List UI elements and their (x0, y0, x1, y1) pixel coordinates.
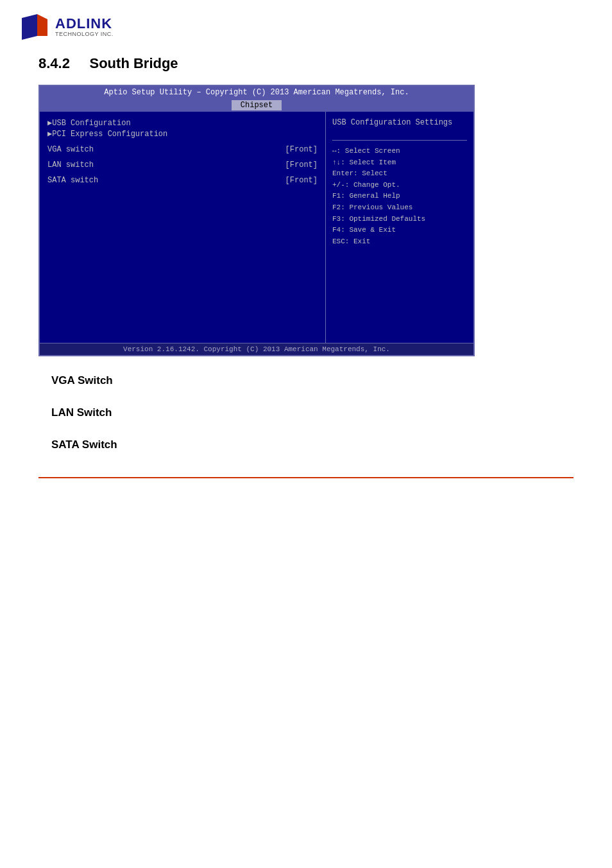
adlink-logo-icon (19, 12, 50, 42)
bios-footer: Version 2.16.1242. Copyright (C) 2013 Am… (40, 343, 473, 355)
bios-tab-bar: Chipset (40, 99, 473, 112)
bios-help-divider (332, 140, 467, 141)
section-title: 8.4.2 South Bridge (38, 55, 574, 74)
bios-help-text: ↔: Select Screen ↑↓: Select Item Enter: … (332, 146, 467, 247)
help-line-5: F2: Previous Values (332, 202, 467, 214)
svg-marker-0 (22, 14, 37, 40)
help-line-6: F3: Optimized Defaults (332, 214, 467, 225)
bios-title-bar: Aptio Setup Utility – Copyright (C) 2013… (40, 86, 473, 99)
svg-marker-1 (37, 14, 47, 36)
bios-sata-switch-value: [Front] (285, 176, 318, 185)
help-line-7: F4: Save & Exit (332, 225, 467, 236)
logo-subtitle-label: TECHNOLOGY INC. (55, 31, 114, 38)
bios-chipset-tab[interactable]: Chipset (232, 100, 282, 110)
header: ADLINK TECHNOLOGY INC. (0, 0, 612, 49)
bios-pci-express-item[interactable]: PCI Express Configuration (47, 129, 318, 139)
bios-lan-switch-row[interactable]: LAN switch [Front] (47, 161, 318, 169)
bios-right-info-text: USB Configuration Settings (332, 118, 467, 127)
bios-screen: Aptio Setup Utility – Copyright (C) 2013… (38, 85, 475, 356)
help-line-4: F1: General Help (332, 191, 467, 202)
bios-sata-switch-row[interactable]: SATA switch [Front] (47, 176, 318, 185)
bios-footer-text: Version 2.16.1242. Copyright (C) 2013 Am… (123, 345, 390, 353)
help-line-3: +/-: Change Opt. (332, 180, 467, 191)
section-heading: South Bridge (90, 55, 178, 71)
section-number: 8.4.2 (38, 55, 70, 71)
bottom-rule (38, 477, 574, 478)
bios-vga-switch-value: [Front] (285, 145, 318, 154)
logo: ADLINK TECHNOLOGY INC. (19, 12, 114, 42)
bios-vga-switch-label: VGA switch (47, 145, 285, 154)
vga-switch-description: VGA Switch (38, 374, 574, 387)
help-line-0: ↔: Select Screen (332, 146, 467, 157)
bios-lan-switch-label: LAN switch (47, 161, 285, 169)
logo-text: ADLINK TECHNOLOGY INC. (55, 16, 114, 38)
bios-vga-switch-row[interactable]: VGA switch [Front] (47, 145, 318, 154)
bios-right-panel: USB Configuration Settings ↔: Select Scr… (326, 112, 473, 343)
bios-sata-switch-label: SATA switch (47, 176, 285, 185)
help-line-2: Enter: Select (332, 168, 467, 180)
logo-adlink-label: ADLINK (55, 16, 114, 31)
bios-lan-switch-value: [Front] (285, 161, 318, 169)
descriptions: VGA Switch LAN Switch SATA Switch (38, 374, 574, 451)
bios-body: USB Configuration PCI Express Configurat… (40, 112, 473, 343)
lan-switch-title: LAN Switch (51, 406, 574, 419)
sata-switch-title: SATA Switch (51, 438, 574, 451)
sata-switch-description: SATA Switch (38, 438, 574, 451)
bios-left-panel: USB Configuration PCI Express Configurat… (40, 112, 326, 343)
lan-switch-description: LAN Switch (38, 406, 574, 419)
bios-title-text: Aptio Setup Utility – Copyright (C) 2013… (104, 88, 409, 97)
vga-switch-title: VGA Switch (51, 374, 574, 387)
help-line-8: ESC: Exit (332, 236, 467, 248)
help-line-1: ↑↓: Select Item (332, 157, 467, 169)
bios-usb-config-item[interactable]: USB Configuration (47, 118, 318, 128)
main-content: 8.4.2 South Bridge Aptio Setup Utility –… (0, 49, 612, 504)
